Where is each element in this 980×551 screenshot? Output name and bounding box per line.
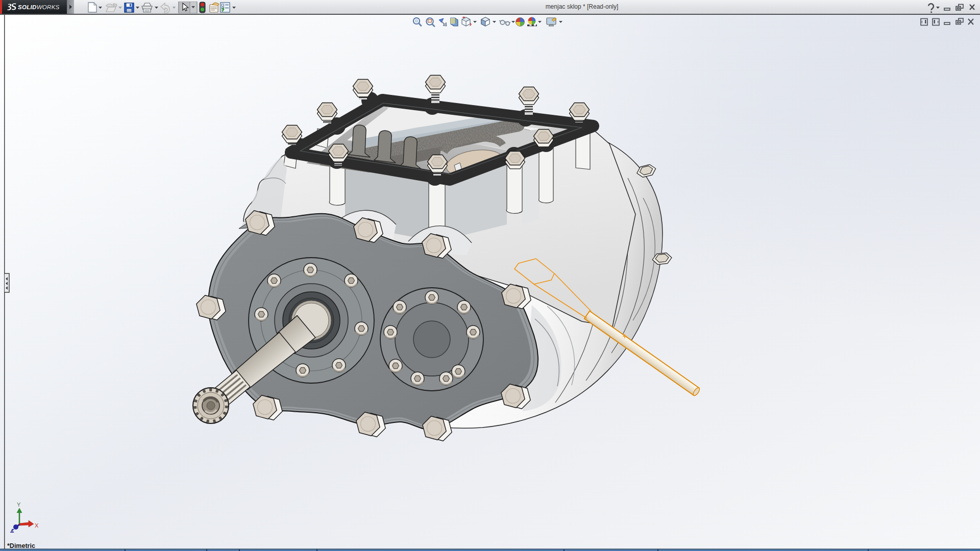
svg-text:Z: Z xyxy=(11,528,14,533)
svg-text:X: X xyxy=(35,522,39,529)
svg-text:SOLIDWORKS: SOLIDWORKS xyxy=(18,4,60,10)
svg-text:*Dimetric: *Dimetric xyxy=(7,542,35,549)
svg-text:Y: Y xyxy=(17,502,21,508)
